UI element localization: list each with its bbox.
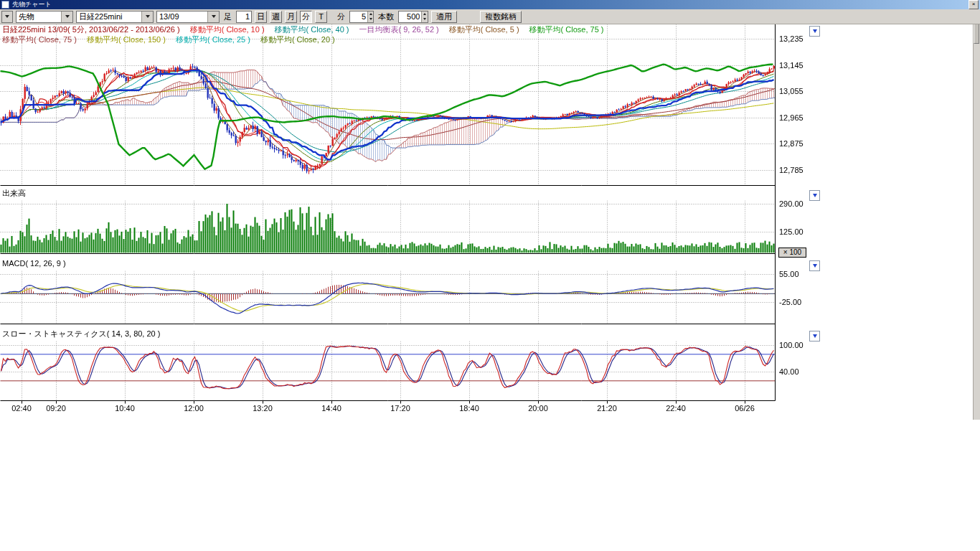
minute-label: 分	[337, 11, 345, 22]
symbol-combobox[interactable]: 日経225mini	[76, 11, 154, 23]
multi-symbol-button[interactable]: 複数銘柄	[480, 11, 522, 23]
minute-spin-down-icon[interactable]	[368, 17, 373, 22]
count-spinner[interactable]	[421, 11, 428, 22]
symbol-combo-arrow-icon[interactable]	[141, 11, 153, 22]
chevron-down-icon	[813, 194, 817, 197]
macd-panel-menu-button[interactable]	[809, 260, 820, 271]
window-titlebar[interactable]: 先物チャート ×	[0, 0, 980, 9]
chevron-down-icon	[813, 334, 817, 338]
count-field[interactable]	[398, 11, 428, 23]
symbol-value: 日経225mini	[77, 11, 141, 22]
period-day-button[interactable]: 日	[255, 11, 267, 23]
period-week-button[interactable]: 週	[270, 11, 282, 23]
count-spin-down-icon[interactable]	[422, 17, 428, 22]
minute-field[interactable]	[349, 11, 374, 23]
volume-panel-menu-button[interactable]	[809, 190, 820, 201]
stoch-panel-menu-button[interactable]	[809, 331, 820, 342]
mini-combo[interactable]	[1, 11, 13, 23]
period-tick-button[interactable]: T	[315, 11, 327, 23]
app-icon	[1, 1, 9, 9]
window-title: 先物チャート	[12, 0, 52, 9]
mini-combo-arrow-icon[interactable]	[2, 11, 12, 22]
apply-button[interactable]: 適用	[431, 11, 457, 23]
vertical-scrollbar[interactable]	[973, 9, 980, 420]
toolbar: 先物 日経225mini 13/09 足 日 週 月 分 T 分 本数	[0, 9, 980, 24]
minute-spin-up-icon[interactable]	[368, 11, 373, 17]
bar-type-label: 足	[224, 11, 232, 22]
contract-value: 13/09	[157, 12, 207, 21]
contract-combobox[interactable]: 13/09	[156, 11, 220, 23]
period-month-button[interactable]: 月	[285, 11, 297, 23]
minute-spinner[interactable]	[367, 11, 373, 22]
chevron-down-icon	[813, 29, 817, 33]
chart-canvas[interactable]	[0, 0, 825, 425]
minute-input[interactable]	[350, 11, 367, 22]
bar-multiplier-input[interactable]	[237, 11, 251, 22]
contract-combo-arrow-icon[interactable]	[207, 11, 219, 22]
period-minute-button[interactable]: 分	[300, 11, 312, 23]
app-window: 先物チャート × 先物 日経225mini 13/09 足 日 週 月 分 T …	[0, 0, 980, 551]
category-combo-arrow-icon[interactable]	[61, 11, 72, 22]
category-value: 先物	[17, 11, 61, 22]
price-panel-menu-button[interactable]	[809, 26, 820, 37]
category-combobox[interactable]: 先物	[16, 11, 73, 23]
count-label: 本数	[378, 11, 394, 22]
chevron-down-icon	[813, 264, 817, 268]
count-spin-up-icon[interactable]	[422, 11, 428, 17]
count-input[interactable]	[399, 11, 421, 22]
bar-multiplier-field[interactable]	[236, 11, 252, 23]
window-close-button[interactable]: ×	[969, 0, 979, 9]
